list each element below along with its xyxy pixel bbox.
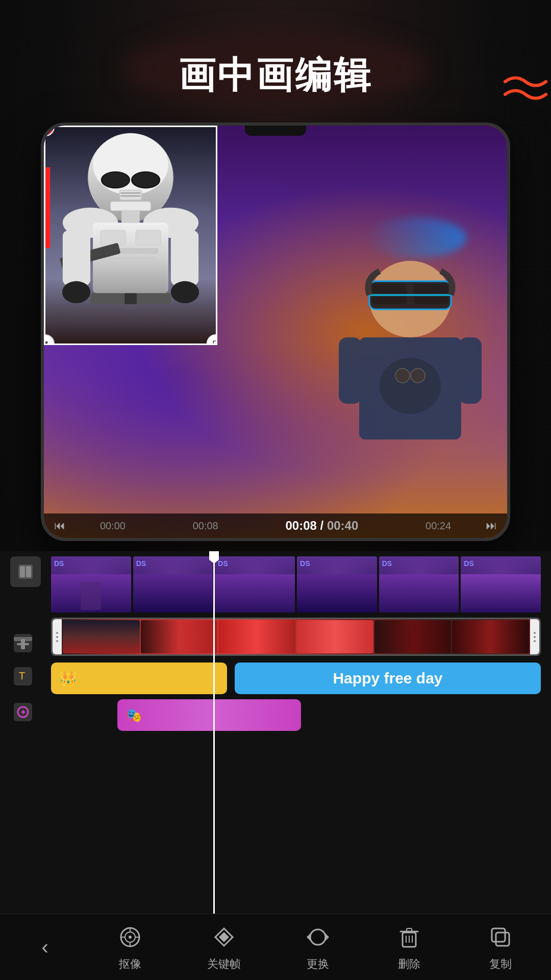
shanchu-label: 删除 — [398, 957, 420, 972]
play-prev-icon[interactable]: ⏮ — [54, 519, 65, 532]
stormtrooper-visual — [45, 127, 216, 344]
vr-person-graphic — [339, 258, 482, 442]
pip-clip-track[interactable] — [51, 618, 541, 656]
svg-point-8 — [411, 369, 425, 383]
toolbar-item-genghuang[interactable]: 更换 — [293, 918, 342, 977]
film-frame-6: DS — [461, 556, 541, 612]
fuzhi-icon — [486, 923, 515, 951]
vr-headset-glow — [364, 217, 466, 258]
pip-overlay[interactable]: × — [44, 126, 217, 345]
time-mark-2: 00:24 — [425, 520, 451, 532]
film-frame-4: DS — [297, 556, 377, 612]
pip-thumb-5 — [374, 620, 452, 653]
toolbar-item-guanjian[interactable]: 关键帧 — [197, 918, 251, 977]
video-preview: × — [44, 126, 507, 538]
svg-rect-10 — [459, 337, 482, 404]
svg-point-16 — [132, 172, 160, 188]
svg-rect-21 — [121, 210, 139, 223]
playhead[interactable] — [213, 551, 215, 914]
pip-clip-right-handle[interactable] — [530, 619, 539, 654]
fuzhi-label: 复制 — [489, 957, 512, 972]
current-time-display: 00:08 / 00:40 — [286, 519, 359, 533]
pip-thumb-4 — [296, 620, 373, 653]
pip-clip-thumbnails — [53, 619, 539, 654]
zhaxiang-icon — [116, 923, 144, 951]
pip-thumb-3 — [218, 620, 295, 653]
svg-rect-25 — [101, 230, 126, 246]
svg-marker-57 — [219, 932, 229, 942]
toolbar-item-zhaxiang[interactable]: 抠像 — [106, 918, 155, 977]
pip-add-icon[interactable] — [5, 630, 41, 656]
pip-clip[interactable] — [51, 618, 541, 656]
guanjian-icon — [210, 923, 238, 951]
video-timebar: ⏮ 00:00 00:08 00:08 / 00:40 00:24 ⏭ — [44, 513, 507, 538]
svg-point-35 — [62, 281, 90, 303]
purple-effect-track[interactable]: 🎭 — [117, 699, 301, 731]
svg-rect-43 — [21, 639, 25, 649]
effect-add-icon[interactable]: ✦ — [5, 699, 41, 725]
svg-rect-26 — [136, 230, 161, 246]
toolbar-item-fuzhi[interactable]: 复制 — [476, 918, 525, 977]
svg-point-51 — [129, 936, 132, 939]
happy-free-day-text: Happy free day — [333, 670, 442, 687]
guanjian-label: 关键帧 — [207, 957, 241, 972]
svg-rect-28 — [103, 257, 158, 260]
text-track-yellow[interactable]: 👑 — [51, 663, 227, 694]
svg-point-6 — [380, 358, 441, 414]
main-filmstrip[interactable]: DS DS DS DS DS — [51, 556, 541, 612]
page-title: 画中画编辑 — [0, 51, 551, 100]
svg-rect-39 — [26, 566, 31, 577]
play-next-icon[interactable]: ⏭ — [486, 519, 497, 532]
svg-text:T: T — [19, 670, 25, 681]
svg-rect-33 — [63, 230, 90, 285]
bottom-toolbar: ‹ 抠像 关键帧 — [0, 914, 551, 980]
svg-rect-38 — [20, 566, 25, 577]
pip-thumb-1 — [63, 620, 140, 653]
time-mark-1: 00:08 — [193, 520, 218, 532]
film-frame-3: DS — [215, 556, 295, 612]
svg-rect-34 — [171, 230, 198, 285]
film-frame-2: DS — [133, 556, 213, 612]
time-mark-0: 00:00 — [100, 520, 126, 532]
svg-rect-30 — [124, 293, 137, 304]
timeline-left-icons — [5, 556, 46, 587]
main-track-icon — [10, 556, 41, 587]
pip-thumb-2 — [141, 620, 218, 653]
film-frame-5: DS — [379, 556, 459, 612]
zhaxiang-label: 抠像 — [119, 957, 141, 972]
svg-marker-59 — [325, 934, 329, 941]
svg-rect-9 — [339, 337, 362, 404]
toolbar-item-shanchu[interactable]: 删除 — [385, 918, 434, 977]
genghuang-label: 更换 — [307, 957, 329, 972]
phone-mockup: × — [41, 122, 510, 541]
stormtrooper-svg — [45, 127, 216, 344]
text-add-icon[interactable]: T — [5, 664, 41, 689]
genghuang-icon — [304, 923, 332, 951]
shanchu-icon — [395, 923, 423, 951]
back-button[interactable]: ‹ — [26, 930, 63, 964]
crown-icon: 👑 — [59, 670, 77, 687]
timebar-marks: 00:00 00:08 00:08 / 00:40 00:24 — [71, 519, 480, 533]
svg-point-7 — [395, 369, 410, 383]
phone-notch — [245, 126, 306, 136]
svg-rect-67 — [492, 928, 505, 942]
effect-icon: 🎭 — [126, 707, 142, 723]
svg-rect-12 — [45, 167, 50, 248]
svg-point-36 — [171, 281, 199, 303]
happy-free-day-track[interactable]: Happy free day — [235, 663, 541, 694]
svg-rect-66 — [496, 933, 509, 946]
svg-rect-17 — [119, 190, 141, 200]
timeline-area: T ✦ DS DS DS — [0, 551, 551, 914]
svg-text:✦: ✦ — [20, 708, 27, 717]
pip-thumb-6 — [452, 620, 529, 653]
svg-point-14 — [93, 135, 168, 195]
film-frame-1: DS — [51, 556, 131, 612]
svg-point-15 — [102, 172, 130, 188]
svg-rect-20 — [111, 202, 151, 211]
